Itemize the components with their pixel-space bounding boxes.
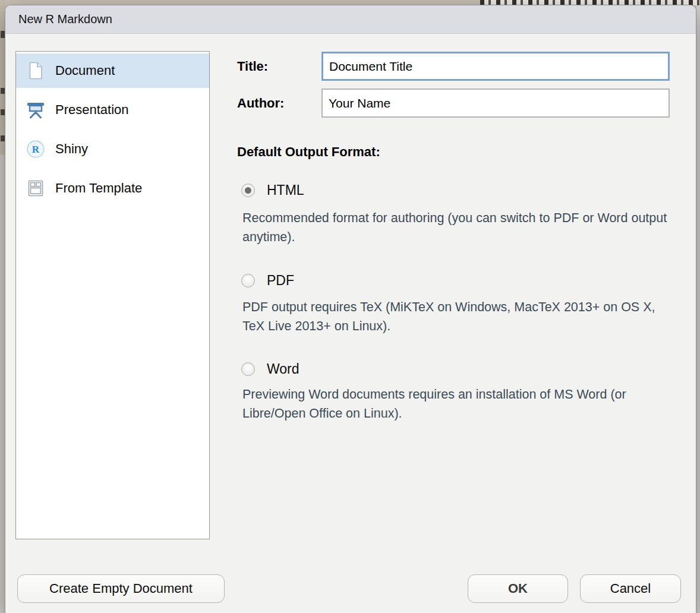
format-word-description: Previewing Word documents requires an in… <box>242 385 673 423</box>
title-label: Title: <box>237 59 268 74</box>
sidebar-item-label: Presentation <box>55 102 129 118</box>
radio-word-label: Word <box>267 361 299 377</box>
sidebar-item-document[interactable]: Document <box>16 53 209 88</box>
sidebar-item-from-template[interactable]: From Template <box>16 171 209 206</box>
ok-button[interactable]: OK <box>468 574 568 603</box>
svg-text:R: R <box>32 144 40 155</box>
sidebar-item-label: From Template <box>55 181 142 196</box>
template-icon <box>26 178 46 198</box>
author-input[interactable] <box>321 89 670 118</box>
radio-html[interactable] <box>241 184 255 197</box>
format-html-description: Recommended format for authoring (you ca… <box>242 208 673 247</box>
screen: New R Markdown Document <box>0 0 700 613</box>
author-label: Author: <box>237 96 284 111</box>
title-input[interactable] <box>321 52 670 81</box>
radio-word[interactable] <box>241 362 255 376</box>
document-icon <box>26 61 46 81</box>
sidebar-item-presentation[interactable]: Presentation <box>16 93 209 127</box>
sidebar-item-label: Document <box>55 63 115 78</box>
dialog-titlebar[interactable]: New R Markdown <box>5 5 696 34</box>
format-option-pdf[interactable]: PDF <box>241 273 294 289</box>
radio-pdf-label: PDF <box>267 273 294 289</box>
cancel-button[interactable]: Cancel <box>580 574 681 603</box>
format-pdf-description: PDF output requires TeX (MiKTeX on Windo… <box>242 298 673 336</box>
sidebar-item-shiny[interactable]: R Shiny <box>16 132 209 166</box>
format-option-word[interactable]: Word <box>241 361 299 377</box>
shiny-icon: R <box>26 139 46 159</box>
create-empty-document-button[interactable]: Create Empty Document <box>17 574 225 603</box>
sidebar-item-label: Shiny <box>55 141 88 157</box>
background-artifact <box>1 135 5 141</box>
format-option-html[interactable]: HTML <box>241 182 304 198</box>
new-rmarkdown-dialog: New R Markdown Document <box>5 5 696 613</box>
background-artifact <box>1 31 5 38</box>
dialog-title: New R Markdown <box>18 12 112 26</box>
presentation-icon <box>26 100 46 120</box>
background-artifact <box>1 109 5 115</box>
radio-pdf[interactable] <box>241 274 255 287</box>
output-format-heading: Default Output Format: <box>237 144 380 160</box>
radio-html-label: HTML <box>267 182 304 198</box>
format-type-list: Document Presentation <box>15 51 210 539</box>
background-app-edge-right <box>696 0 700 613</box>
background-artifact <box>1 88 5 94</box>
